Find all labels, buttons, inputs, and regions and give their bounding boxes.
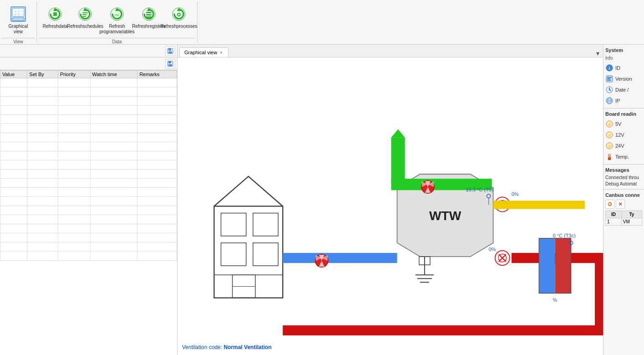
panel-toolbar-1 bbox=[0, 45, 177, 57]
col-watchtime: Watch time bbox=[90, 71, 137, 78]
heat-exchanger bbox=[539, 238, 571, 293]
svg-rect-6 bbox=[12, 18, 24, 21]
12v-label: 12V bbox=[615, 132, 624, 138]
canbus-col-type: Ty bbox=[621, 211, 642, 218]
refresh-schedules-icon bbox=[77, 6, 93, 22]
percent-mid-label: 0% bbox=[489, 247, 496, 252]
toolbar-group-data: Refreshdata Refreshschedules bbox=[37, 2, 198, 42]
refresh-program-variables-label: Refresh programvariables bbox=[99, 24, 134, 35]
refresh-registers-button[interactable]: Refreshregisters bbox=[134, 4, 163, 31]
5v-label: 5V bbox=[615, 121, 621, 127]
table-row bbox=[0, 242, 177, 252]
canbus-type: VM bbox=[621, 218, 642, 226]
svg-text:⚡: ⚡ bbox=[608, 144, 612, 149]
tab-dropdown-button[interactable]: ▾ bbox=[594, 50, 601, 57]
24v-row[interactable]: ⚡ 24V bbox=[605, 140, 642, 151]
col-remarks: Remarks bbox=[137, 71, 177, 78]
canbus-delete-button[interactable]: ✕ bbox=[616, 200, 625, 209]
refresh-schedules-button[interactable]: Refreshschedules bbox=[71, 4, 100, 31]
svg-rect-12 bbox=[82, 12, 88, 13]
svg-rect-54 bbox=[607, 80, 611, 81]
table-row bbox=[0, 124, 177, 133]
table-row bbox=[0, 78, 177, 87]
col-setby: Set By bbox=[27, 71, 58, 78]
ip-row[interactable]: IP bbox=[605, 95, 642, 106]
canbus-title: Canbus conne bbox=[605, 191, 642, 200]
table-row bbox=[0, 206, 177, 215]
info-icon: i bbox=[605, 64, 614, 72]
version-label: Version bbox=[615, 76, 632, 82]
svg-rect-32 bbox=[168, 64, 172, 66]
table-row bbox=[0, 170, 177, 179]
graphical-canvas: WTW bbox=[177, 57, 603, 355]
center-panel: Graphical view × ▾ bbox=[177, 45, 603, 355]
blue-duct bbox=[283, 253, 397, 263]
percent-bottom-label: % bbox=[553, 297, 557, 303]
table-row bbox=[0, 97, 177, 106]
24v-label: 24V bbox=[615, 143, 624, 149]
ventilation-label: Ventilation code: Normal Ventilation bbox=[182, 344, 272, 350]
globe-icon bbox=[605, 97, 614, 105]
fan-red-mid bbox=[495, 251, 510, 265]
system-section: System Info i ID Version Date / bbox=[603, 45, 644, 108]
svg-rect-71 bbox=[609, 156, 610, 158]
svg-rect-29 bbox=[168, 51, 172, 53]
red-valve-top bbox=[421, 180, 434, 193]
temp-row[interactable]: Temp. bbox=[605, 151, 642, 162]
toolbar-group-view: Graphicalview View bbox=[0, 2, 37, 42]
panel-save-button-1[interactable] bbox=[165, 46, 175, 56]
svg-rect-35 bbox=[253, 213, 278, 236]
id-row[interactable]: i ID bbox=[605, 62, 642, 73]
system-title: System bbox=[605, 46, 642, 55]
panel-save-button-2[interactable] bbox=[165, 59, 175, 69]
table-row bbox=[0, 115, 177, 124]
version-row[interactable]: Version bbox=[605, 73, 642, 84]
house-shape bbox=[214, 176, 283, 298]
clock-icon bbox=[605, 86, 614, 94]
red-valve-blue bbox=[315, 254, 328, 267]
col-value: Value bbox=[0, 71, 27, 78]
data-table: Value Set By Priority Watch time Remarks bbox=[0, 70, 177, 261]
table-row bbox=[0, 233, 177, 242]
ip-label: IP bbox=[615, 98, 620, 103]
col-priority: Priority bbox=[58, 71, 90, 78]
table-row bbox=[0, 142, 177, 151]
tab-bar: Graphical view × ▾ bbox=[177, 45, 603, 57]
right-panel: System Info i ID Version Date / bbox=[603, 45, 644, 355]
refresh-processes-icon bbox=[171, 6, 187, 22]
svg-text:⚡: ⚡ bbox=[608, 134, 612, 138]
refresh-data-button[interactable]: Refreshdata bbox=[41, 4, 70, 31]
refresh-data-label: Refreshdata bbox=[43, 24, 67, 29]
temp-t3c-label: 0 °C (T3c) bbox=[553, 233, 575, 238]
svg-rect-28 bbox=[168, 48, 171, 51]
canbus-id: 1 bbox=[606, 218, 622, 226]
canbus-toolbar: ✕ bbox=[605, 200, 642, 209]
svg-rect-33 bbox=[214, 206, 283, 298]
tab-close-button[interactable]: × bbox=[219, 50, 223, 55]
messages-content: Connected throu Debug Automat bbox=[605, 175, 642, 187]
data-table-wrapper: Value Set By Priority Watch time Remarks bbox=[0, 70, 177, 355]
view-group-label: View bbox=[2, 38, 35, 44]
svg-rect-9 bbox=[53, 12, 57, 16]
refresh-processes-button[interactable]: Refreshprocesses bbox=[164, 4, 193, 31]
messages-section: Messages Connected throu Debug Automat bbox=[603, 165, 644, 190]
temp-board-label: Temp. bbox=[615, 154, 629, 159]
table-row bbox=[0, 179, 177, 188]
refresh-program-variables-button[interactable]: var Refresh programvariables bbox=[101, 4, 133, 37]
temp-t5-label: 15.3 °C (T5) bbox=[466, 187, 493, 192]
svg-rect-1 bbox=[12, 8, 24, 16]
date-row[interactable]: Date / bbox=[605, 84, 642, 95]
canbus-refresh-button[interactable] bbox=[605, 200, 614, 209]
refresh-program-variables-icon: var bbox=[109, 6, 125, 22]
graphical-view-button[interactable]: Graphicalview bbox=[4, 4, 33, 37]
12v-row[interactable]: ⚡ 12V bbox=[605, 129, 642, 140]
5v-row[interactable]: ⚡ 5V bbox=[605, 118, 642, 129]
svg-rect-21 bbox=[146, 14, 152, 15]
table-row bbox=[0, 106, 177, 115]
canbus-table: ID Ty 1 VM bbox=[605, 211, 642, 226]
graphical-view-icon bbox=[10, 6, 26, 22]
12v-icon: ⚡ bbox=[605, 131, 614, 139]
version-icon bbox=[605, 75, 614, 83]
graphical-view-tab[interactable]: Graphical view × bbox=[179, 47, 228, 57]
svg-rect-13 bbox=[82, 14, 87, 15]
